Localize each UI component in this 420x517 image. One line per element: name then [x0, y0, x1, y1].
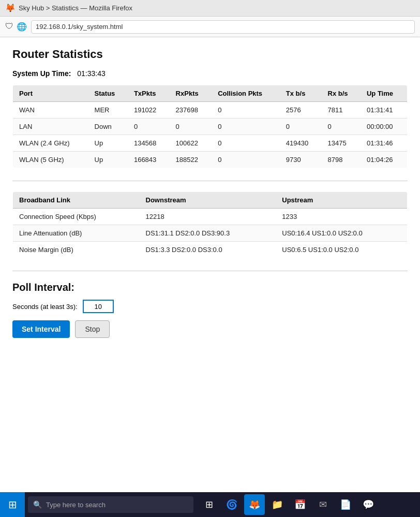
- poll-section: Poll Interval: Seconds (at least 3s): Se…: [12, 282, 408, 338]
- col-port: Port: [13, 85, 88, 102]
- col-txpkts: TxPkts: [128, 85, 170, 102]
- page-title: Router Statistics: [12, 48, 408, 61]
- system-uptime: System Up Time: 01:33:43: [12, 69, 408, 78]
- poll-title: Poll Interval:: [12, 282, 408, 293]
- firefox-icon: 🦊: [5, 3, 16, 13]
- col-status: Status: [88, 85, 128, 102]
- table-row: Connection Speed (Kbps)122181233: [13, 209, 408, 225]
- col-txbs: Tx b/s: [280, 85, 322, 102]
- taskbar-task-view[interactable]: ⊞: [199, 494, 219, 515]
- search-placeholder-text: Type here to search: [46, 501, 106, 509]
- address-bar: 🛡 🌐: [0, 17, 420, 37]
- table-row: LANDown0000000:00:00: [13, 119, 408, 135]
- taskbar-explorer[interactable]: 📁: [267, 494, 288, 515]
- taskbar-teams[interactable]: 💬: [358, 494, 379, 515]
- search-icon: 🔍: [33, 500, 42, 509]
- security-icons: 🛡 🌐: [5, 22, 27, 32]
- window-title: Sky Hub > Statistics — Mozilla Firefox: [19, 4, 132, 12]
- section-divider-2: [12, 271, 408, 271]
- info-icon: 🌐: [17, 22, 27, 32]
- table-row: Noise Margin (dB)DS1:3.3 DS2:0.0 DS3:0.0…: [13, 242, 408, 258]
- col-rxbs: Rx b/s: [322, 85, 361, 102]
- col-rxpkts: RxPkts: [170, 85, 212, 102]
- set-interval-button[interactable]: Set Interval: [12, 320, 70, 338]
- ports-table-header-row: Port Status TxPkts RxPkts Collision Pkts…: [13, 85, 408, 102]
- taskbar-apps: ⊞ 🌀 🦊 📁 📅 ✉ 📄 💬: [199, 494, 379, 515]
- taskbar-search[interactable]: 🔍 Type here to search: [28, 496, 193, 513]
- main-content: Router Statistics System Up Time: 01:33:…: [0, 37, 420, 492]
- taskbar-acrobat[interactable]: 📄: [335, 494, 356, 515]
- taskbar-mail[interactable]: ✉: [312, 494, 333, 515]
- seconds-label: Seconds (at least 3s):: [12, 303, 78, 311]
- start-button[interactable]: ⊞: [0, 492, 25, 517]
- table-row: WANMER19102223769802576781101:31:41: [13, 102, 408, 119]
- poll-interval-input[interactable]: [83, 300, 114, 313]
- poll-row: Seconds (at least 3s):: [12, 300, 408, 313]
- col-uptime: Up Time: [361, 85, 408, 102]
- taskbar-calendar[interactable]: 📅: [290, 494, 310, 515]
- taskbar-firefox[interactable]: 🦊: [244, 494, 265, 515]
- table-row: WLAN (2.4 GHz)Up134568100622041943013475…: [13, 135, 408, 152]
- system-uptime-value: 01:33:43: [77, 69, 106, 78]
- col-upstream: Upstream: [276, 192, 407, 209]
- table-row: Line Attenuation (dB)DS1:31.1 DS2:0.0 DS…: [13, 225, 408, 242]
- broadband-header-row: Broadband Link Downstream Upstream: [13, 192, 408, 209]
- taskbar-edge[interactable]: 🌀: [221, 494, 242, 515]
- table-row: WLAN (5 GHz)Up16684318852209730879801:04…: [13, 152, 408, 168]
- poll-buttons: Set Interval Stop: [12, 320, 408, 338]
- title-bar: 🦊 Sky Hub > Statistics — Mozilla Firefox: [0, 0, 420, 17]
- broadband-table: Broadband Link Downstream Upstream Conne…: [12, 191, 408, 258]
- shield-icon: 🛡: [5, 22, 13, 32]
- stop-button[interactable]: Stop: [75, 320, 110, 338]
- col-collision: Collision Pkts: [212, 85, 280, 102]
- address-input[interactable]: [31, 20, 415, 34]
- section-divider-1: [12, 181, 408, 181]
- col-broadband-link: Broadband Link: [13, 192, 140, 209]
- system-uptime-label: System Up Time:: [12, 69, 71, 78]
- ports-table: Port Status TxPkts RxPkts Collision Pkts…: [12, 85, 408, 168]
- col-downstream: Downstream: [140, 192, 276, 209]
- taskbar: ⊞ 🔍 Type here to search ⊞ 🌀 🦊 📁 📅 ✉ 📄 💬: [0, 492, 420, 517]
